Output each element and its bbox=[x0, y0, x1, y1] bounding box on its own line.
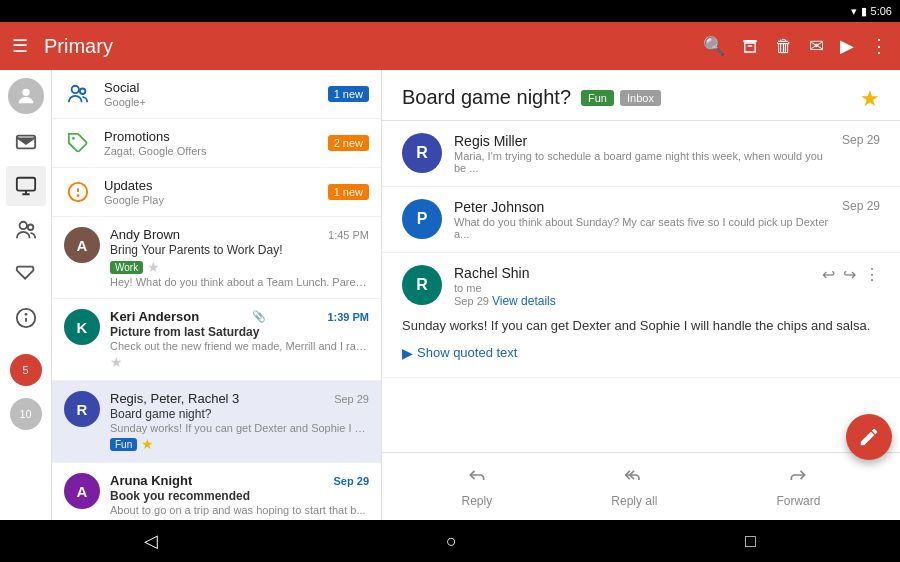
svg-rect-3 bbox=[16, 178, 34, 191]
thread-message-rachel[interactable]: R Rachel Shin to me Sep 29 View details … bbox=[382, 253, 900, 378]
thread-avatar-rachel: R bbox=[402, 265, 442, 305]
svg-rect-0 bbox=[743, 40, 757, 42]
view-details-link[interactable]: View details bbox=[492, 294, 556, 308]
tag-fun-regis: Fun bbox=[110, 438, 137, 451]
category-updates[interactable]: Updates Google Play 1 new bbox=[52, 168, 381, 217]
sidebar-item-people[interactable] bbox=[6, 210, 46, 250]
sidebar-item-monitor[interactable] bbox=[6, 166, 46, 206]
sender-andy: Andy Brown bbox=[110, 227, 180, 242]
time-keri: 1:39 PM bbox=[327, 311, 369, 323]
promotions-badge: 2 new bbox=[328, 135, 369, 151]
category-promotions[interactable]: Promotions Zagat, Google Offers 2 new bbox=[52, 119, 381, 168]
main-layout: 5 10 Social Google+ 1 new Promotions bbox=[0, 70, 900, 520]
preview-andy: Hey! What do you think about a Team Lunc… bbox=[110, 276, 369, 288]
more-button[interactable]: ⋮ bbox=[870, 35, 888, 57]
sidebar-user-badge-2[interactable]: 10 bbox=[6, 394, 46, 434]
reply-all-btn-icon bbox=[620, 465, 648, 490]
compose-fab[interactable] bbox=[846, 414, 892, 460]
thread-message-peter[interactable]: P Peter Johnson What do you think about … bbox=[382, 187, 900, 253]
reply-button[interactable]: Reply bbox=[462, 465, 493, 508]
thread-header-regis: R Regis Miller Maria, I'm trying to sche… bbox=[402, 133, 880, 174]
tag-family-aruna: Family bbox=[110, 520, 149, 521]
app-title: Primary bbox=[44, 35, 687, 58]
preview-keri: Check out the new friend we made, Merril… bbox=[110, 340, 369, 352]
email-body-regis: Regis, Peter, Rachel 3 Sep 29 Board game… bbox=[110, 391, 369, 452]
email-item-andy[interactable]: A Andy Brown 1:45 PM Bring Your Parents … bbox=[52, 217, 381, 299]
back-button[interactable]: ◁ bbox=[144, 530, 158, 552]
tag-work: Work bbox=[110, 261, 143, 274]
email-item-aruna[interactable]: A Aruna Knight Sep 29 Book you recommend… bbox=[52, 463, 381, 520]
menu-button[interactable]: ☰ bbox=[12, 35, 28, 57]
status-bar: ▾ ▮ 5:06 bbox=[0, 0, 900, 22]
thread-sender-rachel: Rachel Shin bbox=[454, 265, 810, 281]
email-body-keri: Keri Anderson 📎 1:39 PM Picture from las… bbox=[110, 309, 369, 370]
sidebar-item-info[interactable] bbox=[6, 298, 46, 338]
battery-icon: ▮ bbox=[861, 5, 867, 18]
promotions-icon bbox=[64, 129, 92, 157]
forward-button[interactable]: Forward bbox=[776, 465, 820, 508]
social-name: Social bbox=[104, 80, 316, 95]
search-button[interactable]: 🔍 bbox=[703, 35, 725, 57]
email-item-keri[interactable]: K Keri Anderson 📎 1:39 PM Picture from l… bbox=[52, 299, 381, 381]
star-regis[interactable]: ★ bbox=[141, 436, 154, 452]
preview-aruna: About to go on a trip and was hoping to … bbox=[110, 504, 369, 516]
left-sidebar: 5 10 bbox=[0, 70, 52, 520]
user-avatar[interactable] bbox=[8, 78, 44, 114]
avatar-keri: K bbox=[64, 309, 100, 345]
thread-meta-regis: Maria, I'm trying to schedule a board ga… bbox=[454, 150, 830, 174]
thread-info-peter: Peter Johnson What do you think about Su… bbox=[454, 199, 830, 240]
app-bar: ☰ Primary 🔍 🗑 ✉ ▶ ⋮ bbox=[0, 22, 900, 70]
email-thread: R Regis Miller Maria, I'm trying to sche… bbox=[382, 121, 900, 452]
thread-body-rachel: Sunday works! If you can get Dexter and … bbox=[402, 316, 880, 337]
wifi-icon: ▾ bbox=[851, 5, 857, 18]
updates-icon bbox=[64, 178, 92, 206]
thread-actions-rachel: ↩ ↪ ⋮ bbox=[822, 265, 880, 284]
star-aruna[interactable]: ★ bbox=[153, 518, 166, 520]
show-quoted-button[interactable]: ▶ Show quoted text bbox=[402, 345, 880, 361]
forward-icon-rachel[interactable]: ↪ bbox=[843, 265, 856, 284]
promotions-sub: Zagat, Google Offers bbox=[104, 145, 316, 157]
thread-header-peter: P Peter Johnson What do you think about … bbox=[402, 199, 880, 240]
email-item-regis[interactable]: R Regis, Peter, Rachel 3 Sep 29 Board ga… bbox=[52, 381, 381, 463]
subject-keri: Picture from last Saturday bbox=[110, 325, 369, 339]
recents-button[interactable]: □ bbox=[745, 531, 756, 552]
sidebar-item-label[interactable] bbox=[6, 254, 46, 294]
subject-aruna: Book you recommended bbox=[110, 489, 369, 503]
promotions-info: Promotions Zagat, Google Offers bbox=[104, 129, 316, 157]
thread-sender-peter: Peter Johnson bbox=[454, 199, 830, 215]
detail-star[interactable]: ★ bbox=[860, 86, 880, 112]
thread-meta-rachel: to me Sep 29 View details bbox=[454, 282, 810, 308]
social-sub: Google+ bbox=[104, 96, 316, 108]
thread-info-regis: Regis Miller Maria, I'm trying to schedu… bbox=[454, 133, 830, 174]
email-body-aruna: Aruna Knight Sep 29 Book you recommended… bbox=[110, 473, 369, 520]
reply-all-label: Reply all bbox=[611, 494, 657, 508]
delete-button[interactable]: 🗑 bbox=[775, 36, 793, 57]
avatar-aruna: A bbox=[64, 473, 100, 509]
time-display: 5:06 bbox=[871, 5, 892, 17]
more-icon-rachel[interactable]: ⋮ bbox=[864, 265, 880, 284]
label-button[interactable]: ▶ bbox=[840, 35, 854, 57]
archive-button[interactable] bbox=[741, 37, 759, 55]
reply-icon-rachel[interactable]: ↩ bbox=[822, 265, 835, 284]
updates-badge: 1 new bbox=[328, 184, 369, 200]
email-detail: Board game night? Fun Inbox ★ R Regis Mi… bbox=[382, 70, 900, 520]
sidebar-item-mail[interactable] bbox=[6, 122, 46, 162]
time-regis: Sep 29 bbox=[334, 393, 369, 405]
reply-all-button[interactable]: Reply all bbox=[611, 465, 657, 508]
reply-btn-icon bbox=[465, 465, 489, 490]
category-social[interactable]: Social Google+ 1 new bbox=[52, 70, 381, 119]
star-andy[interactable]: ★ bbox=[147, 259, 160, 275]
home-button[interactable]: ○ bbox=[446, 531, 457, 552]
mail-button[interactable]: ✉ bbox=[809, 35, 824, 57]
reply-bar: Reply Reply all Forward bbox=[382, 452, 900, 520]
show-quoted-label: Show quoted text bbox=[417, 345, 517, 360]
forward-label: Forward bbox=[776, 494, 820, 508]
thread-message-regis[interactable]: R Regis Miller Maria, I'm trying to sche… bbox=[382, 121, 900, 187]
sidebar-user-badge-1[interactable]: 5 bbox=[6, 350, 46, 390]
clip-keri: 📎 bbox=[252, 310, 266, 323]
thread-time-peter: Sep 29 bbox=[842, 199, 880, 213]
star-keri[interactable]: ★ bbox=[110, 354, 123, 370]
detail-tag-fun: Fun bbox=[581, 90, 614, 106]
thread-header-rachel: R Rachel Shin to me Sep 29 View details … bbox=[402, 265, 880, 308]
social-badge: 1 new bbox=[328, 86, 369, 102]
